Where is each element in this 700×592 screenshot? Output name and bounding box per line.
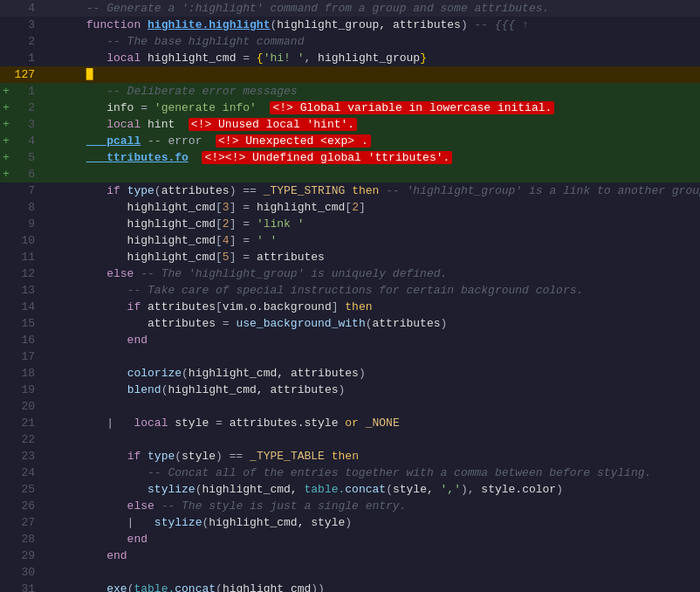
line-number: 30 <box>12 566 42 579</box>
diff-gutter <box>0 35 12 48</box>
line-number: 2 <box>12 101 42 114</box>
line-number: 28 <box>12 533 42 546</box>
diff-gutter <box>0 334 12 347</box>
line-number: 15 <box>12 317 42 330</box>
diff-gutter <box>0 201 12 214</box>
line-number: 21 <box>12 416 42 430</box>
diff-gutter: + <box>0 151 12 164</box>
diff-gutter <box>0 284 12 297</box>
line-number: 22 <box>12 433 42 446</box>
diff-gutter: + <box>0 85 12 98</box>
line-number: 4 <box>12 2 42 15</box>
diff-gutter <box>0 400 12 413</box>
code-line-19: 19 blend(highlight_cmd, attributes) <box>0 382 700 398</box>
line-number: 3 <box>12 18 42 31</box>
line-number: 27 <box>12 516 42 529</box>
line-number: 3 <box>12 118 42 131</box>
line-number: 1 <box>12 52 42 65</box>
line-number: 31 <box>12 582 42 592</box>
line-number: 1 <box>12 85 42 98</box>
diff-gutter: + <box>0 101 12 114</box>
line-number: 8 <box>12 201 42 214</box>
code-line-21: 21 | local style = attributes.style or _… <box>0 415 700 431</box>
diff-gutter <box>0 582 12 592</box>
line-number: 7 <box>12 184 42 197</box>
diff-gutter: + <box>0 118 12 131</box>
line-number: 10 <box>12 234 42 247</box>
line-number: 13 <box>12 284 42 297</box>
diff-gutter <box>0 433 12 446</box>
diff-gutter <box>0 450 12 463</box>
diff-gutter <box>0 499 12 513</box>
line-number: 6 <box>12 168 42 181</box>
line-number: 12 <box>12 267 42 280</box>
line-number: 17 <box>12 350 42 363</box>
diff-gutter <box>0 300 12 313</box>
diff-gutter <box>0 533 12 546</box>
code-line-29: 29 end <box>0 547 700 564</box>
diff-gutter <box>0 2 12 15</box>
line-number: 19 <box>12 383 42 396</box>
diff-gutter <box>0 251 12 264</box>
code-line-added-5: + 5 ttributes.fo <!><!> Undefined global… <box>0 149 700 166</box>
diff-gutter <box>0 416 12 430</box>
line-number: 25 <box>12 483 42 496</box>
diff-gutter <box>0 18 12 31</box>
code-editor[interactable]: 4 -- Generate a ':highlight' command fro… <box>0 0 700 592</box>
diff-gutter <box>0 383 12 396</box>
diff-gutter <box>0 217 12 231</box>
line-content: end --}}} # <box>42 586 700 592</box>
line-number: 4 <box>12 134 42 148</box>
line-number: 11 <box>12 251 42 264</box>
diff-gutter <box>0 516 12 529</box>
diff-gutter <box>0 466 12 479</box>
line-number: 16 <box>12 334 42 347</box>
diff-gutter <box>0 483 12 496</box>
line-number: 18 <box>12 367 42 380</box>
diff-gutter <box>0 549 12 562</box>
diff-gutter <box>0 350 12 363</box>
line-number-current: 127 <box>12 68 42 81</box>
line-number: 23 <box>12 450 42 463</box>
line-number: 5 <box>12 151 42 164</box>
diff-gutter: + <box>0 168 12 181</box>
line-number: 26 <box>12 499 42 513</box>
diff-gutter <box>0 68 12 81</box>
diff-gutter <box>0 234 12 247</box>
line-number: 20 <box>12 400 42 413</box>
line-number: 24 <box>12 466 42 479</box>
line-number: 14 <box>12 300 42 313</box>
line-number: 29 <box>12 549 42 562</box>
diff-gutter <box>0 367 12 380</box>
diff-gutter <box>0 317 12 330</box>
diff-gutter: + <box>0 134 12 148</box>
line-number: 2 <box>12 35 42 48</box>
diff-gutter <box>0 52 12 65</box>
line-number: 9 <box>12 217 42 231</box>
diff-gutter <box>0 184 12 197</box>
code-line-16: 16 end <box>0 332 700 348</box>
diff-gutter <box>0 566 12 579</box>
diff-gutter <box>0 267 12 280</box>
